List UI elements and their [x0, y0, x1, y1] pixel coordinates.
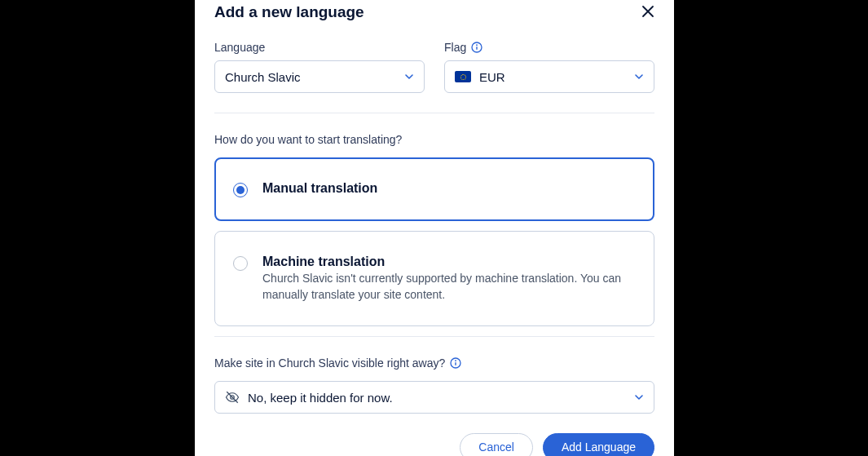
svg-point-4: [455, 360, 456, 361]
field-row: Language Church Slavic Flag EUR: [214, 41, 654, 93]
eye-off-icon: [225, 390, 240, 405]
flag-label: Flag: [444, 41, 654, 54]
eu-flag-icon: [455, 71, 471, 82]
cancel-button[interactable]: Cancel: [460, 433, 533, 456]
modal-title: Add a new language: [214, 3, 364, 21]
info-icon[interactable]: [450, 357, 461, 369]
flag-field: Flag EUR: [444, 41, 654, 93]
language-select-value: Church Slavic: [225, 70, 404, 84]
svg-rect-5: [456, 362, 456, 365]
chevron-down-icon: [634, 70, 644, 84]
language-label: Language: [214, 41, 425, 54]
info-icon[interactable]: [471, 42, 482, 53]
option-machine-translation[interactable]: Machine translation Church Slavic isn't …: [214, 231, 654, 326]
option-manual-translation[interactable]: Manual translation: [214, 157, 654, 221]
option-machine-description: Church Slavic isn't currently supported …: [262, 271, 636, 303]
chevron-down-icon: [634, 391, 644, 405]
divider: [214, 336, 654, 337]
add-language-button[interactable]: Add Language: [543, 433, 654, 456]
radio-selected-icon: [233, 183, 248, 197]
svg-point-1: [476, 44, 478, 46]
modal-header: Add a new language: [214, 3, 654, 21]
flag-select-value: EUR: [479, 70, 634, 84]
modal-footer: Cancel Add Language: [214, 433, 654, 456]
option-machine-title: Machine translation: [262, 255, 636, 269]
option-machine-content: Machine translation Church Slavic isn't …: [262, 255, 636, 303]
flag-label-text: Flag: [444, 41, 466, 54]
visibility-label: Make site in Church Slavic visible right…: [214, 356, 654, 370]
add-language-modal: Add a new language Language Church Slavi…: [195, 0, 674, 456]
translate-section-label: How do you want to start translating?: [214, 133, 654, 146]
svg-rect-2: [477, 46, 478, 50]
option-manual-content: Manual translation: [262, 181, 636, 197]
close-icon[interactable]: [641, 5, 654, 20]
option-manual-title: Manual translation: [262, 181, 636, 196]
chevron-down-icon: [404, 70, 414, 84]
flag-select[interactable]: EUR: [444, 60, 654, 93]
visibility-select[interactable]: No, keep it hidden for now.: [214, 381, 654, 414]
divider: [214, 113, 654, 113]
language-field: Language Church Slavic: [214, 41, 425, 93]
visibility-label-text: Make site in Church Slavic visible right…: [214, 356, 445, 370]
language-select[interactable]: Church Slavic: [214, 60, 425, 93]
radio-unselected-icon: [233, 256, 248, 271]
visibility-select-value: No, keep it hidden for now.: [248, 391, 634, 405]
